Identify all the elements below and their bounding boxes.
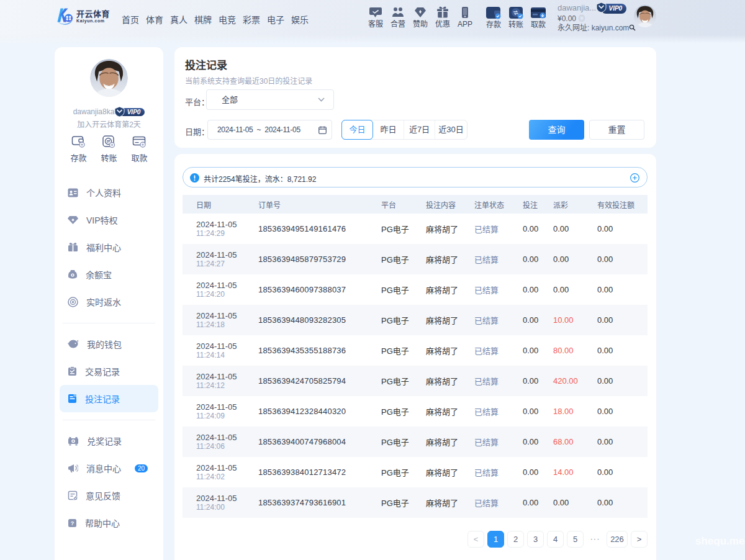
svg-text:?: ? bbox=[71, 520, 74, 526]
